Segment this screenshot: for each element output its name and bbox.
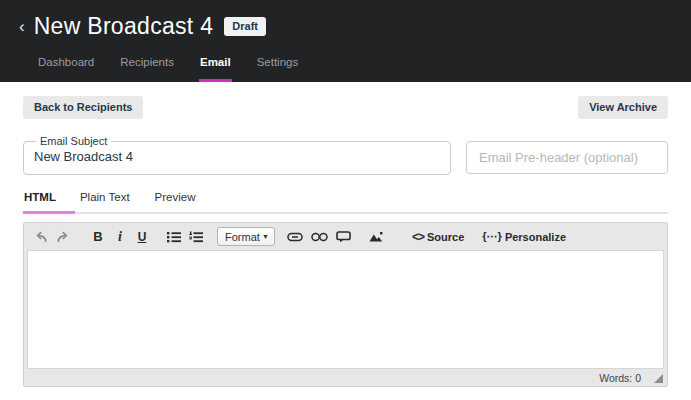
tab-dashboard[interactable]: Dashboard: [37, 56, 95, 82]
bullet-list-button[interactable]: [165, 227, 183, 247]
main-content: Back to Recipients View Archive Email Su…: [0, 96, 691, 387]
resize-handle-icon[interactable]: [654, 374, 663, 383]
header-tab-bar: Dashboard Recipients Email Settings: [37, 56, 299, 82]
button-block-button[interactable]: [334, 227, 353, 247]
email-subject-label: Email Subject: [36, 135, 111, 147]
word-count: Words: 0: [599, 372, 641, 384]
view-archive-button[interactable]: View Archive: [578, 96, 668, 119]
link-button[interactable]: [285, 227, 305, 247]
redo-arrow-icon: [57, 231, 71, 243]
back-to-recipients-button[interactable]: Back to Recipients: [23, 96, 143, 119]
source-button[interactable]: <> Source: [410, 227, 466, 247]
link-icon: [287, 232, 303, 242]
undo-button[interactable]: [31, 227, 49, 247]
tab-html[interactable]: HTML: [23, 191, 75, 214]
editor-status-bar: Words: 0: [24, 369, 667, 386]
insert-image-button[interactable]: [367, 227, 386, 247]
personalize-button-label: Personalize: [505, 231, 566, 243]
email-fields-row: Email Subject: [23, 135, 668, 175]
app-header: ‹ New Broadcast 4 Draft Dashboard Recipi…: [0, 0, 691, 82]
title-row: ‹ New Broadcast 4 Draft: [0, 0, 691, 40]
rich-text-editor: B i U: [23, 222, 668, 387]
format-dropdown[interactable]: Format ▼: [217, 227, 275, 246]
tab-preview[interactable]: Preview: [154, 191, 197, 214]
editor-tab-bar: HTML Plain Text Preview: [23, 191, 668, 214]
numbered-list-button[interactable]: [187, 227, 205, 247]
personalize-button[interactable]: {⋯} Personalize: [480, 227, 568, 247]
tab-recipients[interactable]: Recipients: [119, 56, 175, 82]
editor-body[interactable]: [27, 250, 664, 369]
email-preheader-input[interactable]: [466, 141, 668, 174]
tab-email[interactable]: Email: [199, 56, 232, 82]
unlink-icon: [311, 232, 328, 242]
bullet-list-icon: [167, 231, 181, 243]
underline-button[interactable]: U: [133, 227, 151, 247]
actions-row: Back to Recipients View Archive: [23, 96, 668, 119]
draft-status-badge: Draft: [224, 17, 266, 36]
redo-button[interactable]: [55, 227, 73, 247]
email-subject-field: Email Subject: [23, 135, 451, 175]
back-chevron-icon[interactable]: ‹: [19, 18, 25, 35]
italic-button[interactable]: i: [111, 227, 129, 247]
editor-toolbar: B i U: [24, 223, 667, 250]
undo-arrow-icon: [33, 231, 47, 243]
tab-settings[interactable]: Settings: [256, 56, 300, 82]
source-code-icon: <>: [412, 230, 424, 244]
chevron-down-icon: ▼: [262, 233, 269, 240]
page-title: New Broadcast 4: [34, 13, 214, 40]
email-subject-input[interactable]: [34, 148, 440, 166]
personalize-braces-icon: {⋯}: [482, 230, 502, 243]
comment-bubble-icon: [336, 231, 351, 243]
tab-plain-text[interactable]: Plain Text: [79, 191, 131, 214]
image-icon: [369, 231, 384, 242]
numbered-list-icon: [189, 231, 203, 243]
source-button-label: Source: [427, 231, 464, 243]
format-dropdown-value: Format: [225, 231, 260, 243]
unlink-button[interactable]: [309, 227, 330, 247]
bold-button[interactable]: B: [89, 227, 107, 247]
